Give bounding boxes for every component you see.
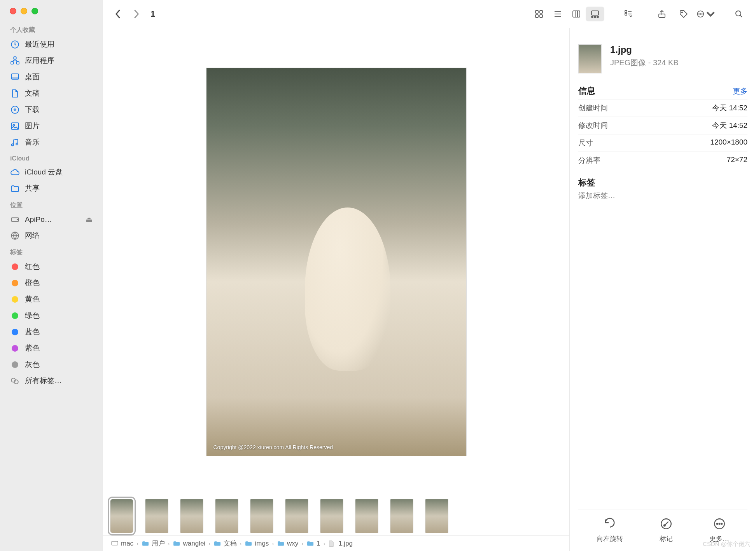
- sidebar-item[interactable]: 下载: [0, 101, 103, 118]
- sidebar-item[interactable]: 所有标签…: [0, 373, 103, 389]
- tags-input[interactable]: [578, 188, 747, 203]
- sidebar-item[interactable]: 绿色: [0, 307, 103, 324]
- preview-image[interactable]: Copyright @2022 xiuren.com All Rights Re…: [206, 68, 467, 456]
- path-item[interactable]: wxy: [277, 540, 298, 548]
- thumbnail[interactable]: [250, 499, 273, 533]
- action-menu-button[interactable]: [696, 7, 715, 21]
- back-button[interactable]: [111, 7, 126, 21]
- action-label: 标记: [660, 534, 673, 543]
- thumbnail[interactable]: [285, 499, 308, 533]
- view-gallery-button[interactable]: [586, 7, 604, 21]
- thumbnail[interactable]: [425, 499, 448, 533]
- rotate-left-button[interactable]: 向左旋转: [597, 517, 623, 543]
- sidebar-item[interactable]: 桌面: [0, 69, 103, 85]
- svg-rect-4: [11, 74, 19, 79]
- path-item[interactable]: mac: [111, 540, 133, 548]
- sidebar-item[interactable]: 红色: [0, 258, 103, 275]
- sidebar-item[interactable]: 蓝色: [0, 324, 103, 340]
- watermark: CSDN @你个佬六: [703, 541, 750, 548]
- thumbnail[interactable]: [215, 499, 238, 533]
- sidebar-item[interactable]: 黄色: [0, 291, 103, 307]
- sidebar-item-label: 橙色: [25, 278, 40, 288]
- info-more-link[interactable]: 更多: [733, 86, 747, 96]
- sidebar-item[interactable]: 共享: [0, 180, 103, 197]
- markup-button[interactable]: 标记: [660, 517, 673, 543]
- toolbar: 1: [103, 0, 756, 28]
- sidebar-item[interactable]: 橙色: [0, 275, 103, 291]
- svg-point-40: [736, 11, 741, 16]
- sidebar-item[interactable]: 网络: [0, 227, 103, 244]
- svg-point-35: [682, 12, 683, 13]
- rotate-left-icon: [603, 517, 616, 530]
- svg-rect-3: [17, 61, 19, 64]
- folder-title: 1: [150, 9, 527, 19]
- alltags-icon: [10, 376, 20, 386]
- maximize-window-button[interactable]: [32, 8, 38, 14]
- sidebar-item-label: 黄色: [25, 294, 40, 304]
- sidebar-item[interactable]: 最近使用: [0, 36, 103, 52]
- thumbnail[interactable]: [355, 499, 378, 533]
- sidebar-group-label: 个人收藏: [0, 24, 103, 36]
- sidebar-item[interactable]: 音乐: [0, 134, 103, 150]
- close-window-button[interactable]: [10, 8, 16, 14]
- thumbnail[interactable]: [320, 499, 343, 533]
- view-columns-button[interactable]: [567, 7, 586, 21]
- sidebar-item[interactable]: 灰色: [0, 356, 103, 373]
- path-label: wanglei: [183, 540, 205, 548]
- sidebar-item[interactable]: iCloud 云盘: [0, 164, 103, 180]
- svg-point-9: [12, 144, 14, 146]
- path-item[interactable]: wanglei: [173, 540, 205, 548]
- search-button[interactable]: [730, 7, 748, 21]
- view-list-button[interactable]: [548, 7, 567, 21]
- sidebar-item[interactable]: 紫色: [0, 340, 103, 356]
- sidebar-item[interactable]: 文稿: [0, 85, 103, 101]
- path-separator: ›: [272, 541, 274, 547]
- more-button[interactable]: 更多…: [709, 517, 729, 543]
- tag-color-icon: [12, 312, 18, 319]
- path-item[interactable]: 1.jpg: [328, 540, 353, 548]
- path-item[interactable]: 用户: [142, 539, 165, 548]
- drive-icon: [10, 214, 20, 224]
- sidebar-item[interactable]: ApiPo…⏏: [0, 211, 103, 227]
- sidebar-item[interactable]: 应用程序: [0, 52, 103, 69]
- tag-button[interactable]: [674, 7, 693, 21]
- thumbnail[interactable]: [110, 499, 133, 533]
- svg-rect-30: [625, 10, 627, 12]
- sidebar-item[interactable]: 图片: [0, 118, 103, 134]
- eject-icon[interactable]: ⏏: [86, 215, 93, 224]
- forward-button[interactable]: [129, 7, 144, 21]
- minimize-window-button[interactable]: [21, 8, 27, 14]
- path-item[interactable]: 1: [306, 540, 320, 548]
- sidebar-item-label: 红色: [25, 262, 40, 272]
- sidebar-item-label: 应用程序: [25, 56, 54, 66]
- tag-color-icon: [12, 263, 18, 270]
- svg-point-44: [664, 525, 665, 526]
- path-separator: ›: [240, 541, 242, 547]
- path-item[interactable]: 文稿: [214, 539, 237, 548]
- path-label: mac: [121, 540, 133, 548]
- tag-color-icon: [12, 280, 18, 286]
- window-controls: [0, 4, 103, 21]
- group-by-button[interactable]: [619, 7, 638, 21]
- thumbnail[interactable]: [390, 499, 413, 533]
- cloud-icon: [10, 167, 20, 177]
- info-row: 分辨率72×72: [578, 152, 747, 169]
- info-key: 修改时间: [578, 120, 608, 131]
- svg-rect-16: [536, 10, 538, 13]
- info-row: 创建时间今天 14:52: [578, 99, 747, 117]
- path-item[interactable]: imgs: [245, 540, 269, 548]
- path-separator: ›: [136, 541, 138, 547]
- tag-color-icon: [12, 329, 18, 335]
- svg-rect-26: [592, 11, 598, 15]
- svg-point-10: [16, 143, 18, 145]
- tag-color-icon: [12, 345, 18, 352]
- share-button[interactable]: [653, 7, 671, 21]
- path-separator: ›: [208, 541, 210, 547]
- svg-point-47: [719, 523, 720, 525]
- music-icon: [10, 138, 20, 147]
- sidebar-item-label: 灰色: [25, 359, 40, 370]
- network-icon: [10, 231, 20, 241]
- thumbnail[interactable]: [180, 499, 203, 533]
- view-icons-button[interactable]: [530, 7, 548, 21]
- thumbnail[interactable]: [145, 499, 168, 533]
